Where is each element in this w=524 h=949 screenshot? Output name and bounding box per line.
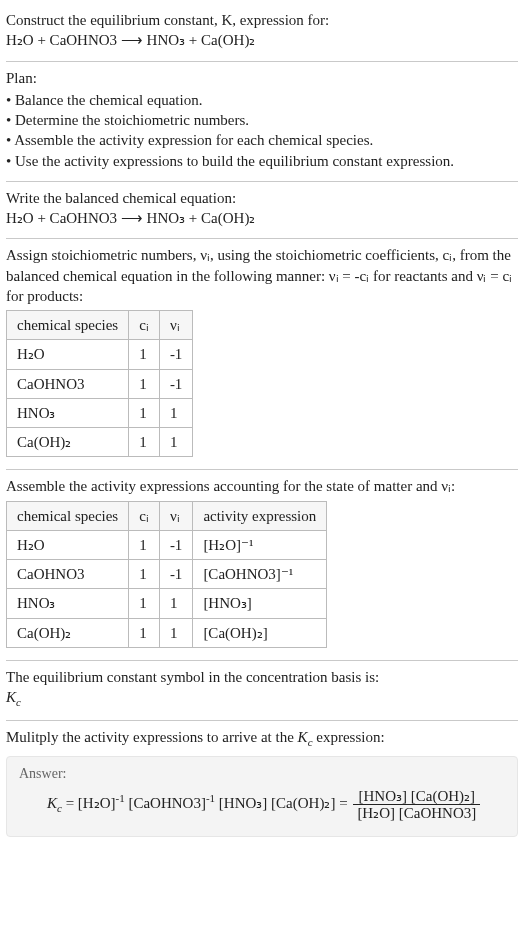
table-row: HNO₃ 1 1: [7, 398, 193, 427]
cell: H₂O: [7, 340, 129, 369]
cell: Ca(OH)₂: [7, 618, 129, 647]
activity-intro: Assemble the activity expressions accoun…: [6, 476, 518, 496]
activity-table: chemical species cᵢ νᵢ activity expressi…: [6, 501, 327, 648]
table-row: H₂O 1 -1 [H₂O]⁻¹: [7, 530, 327, 559]
cell: Ca(OH)₂: [7, 428, 129, 457]
intro-line: Construct the equilibrium constant, K, e…: [6, 12, 329, 28]
cell: 1: [129, 369, 160, 398]
plan-title: Plan:: [6, 68, 518, 88]
cell: [Ca(OH)₂]: [193, 618, 327, 647]
intro-text: Construct the equilibrium constant, K, e…: [6, 10, 518, 51]
answer-box: Answer: Kc = [H₂O]-1 [CaOHNO3]-1 [HNO₃] …: [6, 756, 518, 837]
cell: 1: [129, 398, 160, 427]
cell: CaOHNO3: [7, 369, 129, 398]
col-header: chemical species: [7, 311, 129, 340]
table-header-row: chemical species cᵢ νᵢ activity expressi…: [7, 501, 327, 530]
stoich-table: chemical species cᵢ νᵢ H₂O 1 -1 CaOHNO3 …: [6, 310, 193, 457]
cell: [CaOHNO3]⁻¹: [193, 560, 327, 589]
plan-item: Use the activity expressions to build th…: [6, 151, 518, 171]
symbol-block: The equilibrium constant symbol in the c…: [6, 661, 518, 721]
cell: -1: [159, 530, 193, 559]
cell: [HNO₃]: [193, 589, 327, 618]
intro-equation: H₂O + CaOHNO3 ⟶ HNO₃ + Ca(OH)₂: [6, 32, 255, 48]
cell: 1: [129, 589, 160, 618]
plan-item: Balance the chemical equation.: [6, 90, 518, 110]
cell: 1: [129, 340, 160, 369]
activity-block: Assemble the activity expressions accoun…: [6, 470, 518, 661]
intro-block: Construct the equilibrium constant, K, e…: [6, 4, 518, 62]
fraction-denominator: [H₂O] [CaOHNO3]: [353, 805, 480, 822]
col-header: chemical species: [7, 501, 129, 530]
answer-equation: Kc = [H₂O]-1 [CaOHNO3]-1 [HNO₃] [Ca(OH)₂…: [19, 788, 505, 822]
table-row: Ca(OH)₂ 1 1 [Ca(OH)₂]: [7, 618, 327, 647]
answer-label: Answer:: [19, 765, 505, 784]
cell: 1: [159, 398, 193, 427]
table-header-row: chemical species cᵢ νᵢ: [7, 311, 193, 340]
stoich-block: Assign stoichiometric numbers, νᵢ, using…: [6, 239, 518, 470]
symbol-line: The equilibrium constant symbol in the c…: [6, 667, 518, 687]
symbol-value: Kc: [6, 687, 518, 710]
stoich-intro: Assign stoichiometric numbers, νᵢ, using…: [6, 245, 518, 306]
table-row: H₂O 1 -1: [7, 340, 193, 369]
cell: 1: [159, 589, 193, 618]
answer-fraction: [HNO₃] [Ca(OH)₂] [H₂O] [CaOHNO3]: [353, 788, 480, 822]
cell: 1: [129, 428, 160, 457]
cell: -1: [159, 560, 193, 589]
balanced-equation: H₂O + CaOHNO3 ⟶ HNO₃ + Ca(OH)₂: [6, 208, 518, 228]
fraction-numerator: [HNO₃] [Ca(OH)₂]: [353, 788, 480, 806]
col-header: activity expression: [193, 501, 327, 530]
cell: H₂O: [7, 530, 129, 559]
multiply-block: Mulitply the activity expressions to arr…: [6, 721, 518, 847]
cell: 1: [129, 560, 160, 589]
balanced-title: Write the balanced chemical equation:: [6, 188, 518, 208]
cell: 1: [129, 618, 160, 647]
cell: [H₂O]⁻¹: [193, 530, 327, 559]
col-header: cᵢ: [129, 311, 160, 340]
balanced-block: Write the balanced chemical equation: H₂…: [6, 182, 518, 240]
cell: 1: [159, 618, 193, 647]
col-header: νᵢ: [159, 501, 193, 530]
table-row: Ca(OH)₂ 1 1: [7, 428, 193, 457]
table-row: CaOHNO3 1 -1 [CaOHNO3]⁻¹: [7, 560, 327, 589]
cell: -1: [159, 369, 193, 398]
plan-list: Balance the chemical equation. Determine…: [6, 90, 518, 171]
table-row: CaOHNO3 1 -1: [7, 369, 193, 398]
col-header: cᵢ: [129, 501, 160, 530]
cell: 1: [159, 428, 193, 457]
cell: CaOHNO3: [7, 560, 129, 589]
plan-item: Determine the stoichiometric numbers.: [6, 110, 518, 130]
cell: HNO₃: [7, 589, 129, 618]
cell: 1: [129, 530, 160, 559]
col-header: νᵢ: [159, 311, 193, 340]
multiply-line: Mulitply the activity expressions to arr…: [6, 727, 518, 750]
table-row: HNO₃ 1 1 [HNO₃]: [7, 589, 327, 618]
cell: HNO₃: [7, 398, 129, 427]
plan-item: Assemble the activity expression for eac…: [6, 130, 518, 150]
plan-block: Plan: Balance the chemical equation. Det…: [6, 62, 518, 182]
cell: -1: [159, 340, 193, 369]
